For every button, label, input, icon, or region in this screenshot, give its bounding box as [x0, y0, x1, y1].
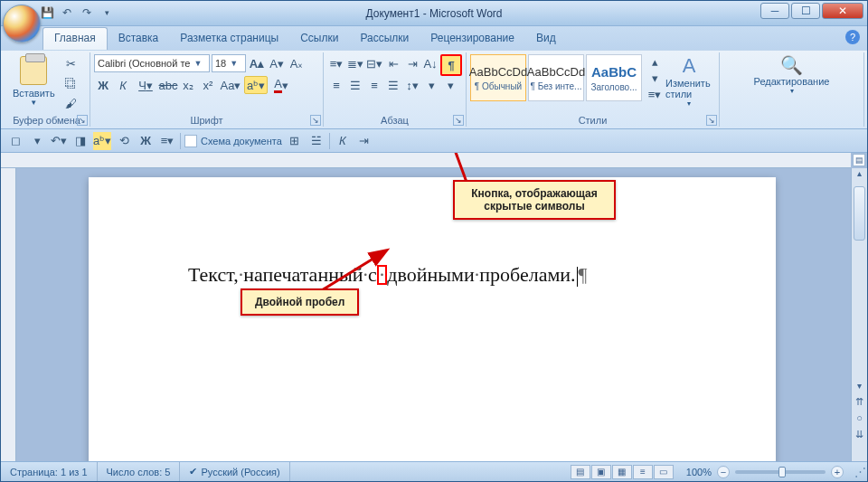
font-family-combo[interactable]: Calibri (Основной те▼: [94, 54, 210, 72]
tab-page-layout[interactable]: Разметка страницы: [169, 28, 289, 50]
scroll-up-icon[interactable]: ▴: [852, 168, 867, 184]
view-outline-icon[interactable]: ≡: [633, 465, 653, 479]
view-web-layout-icon[interactable]: ▦: [612, 465, 632, 479]
style-heading[interactable]: AaBbC Заголово...: [586, 54, 642, 101]
tb-ruler-icon[interactable]: ☱: [307, 132, 326, 150]
multilevel-icon[interactable]: ⊟▾: [365, 54, 383, 72]
tb-indent-icon[interactable]: ⇥: [355, 132, 373, 150]
resize-grip-icon[interactable]: ⋰: [853, 465, 867, 479]
maximize-button[interactable]: ☐: [791, 3, 820, 19]
zoom-in-button[interactable]: +: [831, 466, 844, 478]
styles-up-icon[interactable]: ▴: [646, 54, 664, 69]
copy-icon[interactable]: ⿻: [62, 74, 80, 92]
bold-button[interactable]: Ж: [94, 76, 112, 94]
font-launcher-icon[interactable]: ↘: [310, 115, 321, 126]
undo-icon[interactable]: ↶: [59, 5, 75, 21]
grow-font-icon[interactable]: A▴: [248, 54, 266, 72]
shading-icon[interactable]: ▾: [422, 76, 440, 94]
qat-more-icon[interactable]: ▾: [99, 5, 115, 21]
horizontal-ruler[interactable]: [1, 153, 851, 168]
format-painter-icon[interactable]: 🖌: [62, 94, 80, 112]
close-button[interactable]: ✕: [822, 3, 863, 19]
vertical-scrollbar[interactable]: ▴ ▾ ⇈ ○ ⇊: [851, 168, 867, 461]
styles-launcher-icon[interactable]: ↘: [706, 115, 717, 126]
scroll-down-icon[interactable]: ▾: [852, 381, 867, 396]
tb-new-icon[interactable]: ◻: [6, 132, 24, 150]
subscript-button[interactable]: x₂: [179, 76, 197, 94]
justify-icon[interactable]: ☰: [384, 76, 402, 94]
numbering-icon[interactable]: ≣▾: [346, 54, 364, 72]
group-editing: 🔍 Редактирование▾: [720, 52, 864, 127]
prev-page-icon[interactable]: ⇈: [852, 396, 867, 412]
office-button[interactable]: [3, 5, 41, 43]
view-print-layout-icon[interactable]: ▤: [571, 465, 590, 479]
tab-review[interactable]: Рецензирование: [420, 28, 525, 50]
style-no-spacing[interactable]: AaBbCcDd ¶ Без инте...: [528, 54, 584, 101]
increase-indent-icon[interactable]: ⇥: [403, 54, 421, 72]
vertical-ruler[interactable]: [1, 168, 16, 461]
italic-button[interactable]: К: [114, 76, 132, 94]
underline-button[interactable]: Ч▾: [134, 76, 157, 94]
paste-button[interactable]: Вставить ▼: [7, 54, 61, 109]
highlight-button[interactable]: aᵇ▾: [244, 76, 268, 94]
tb-highlight-icon[interactable]: aᵇ▾: [93, 132, 111, 150]
zoom-slider[interactable]: [735, 470, 826, 474]
change-case-button[interactable]: Aa▾: [219, 76, 242, 94]
tb-open-icon[interactable]: ▾: [28, 132, 46, 150]
tb-docmap-check-icon[interactable]: [184, 135, 197, 147]
borders-icon[interactable]: ▾: [441, 76, 459, 94]
browse-object-icon[interactable]: ○: [852, 412, 867, 429]
style-normal[interactable]: AaBbCcDd ¶ Обычный: [470, 54, 526, 101]
tb-italic-icon[interactable]: К: [334, 132, 352, 150]
status-page[interactable]: Страница: 1 из 1: [1, 462, 98, 481]
clipboard-launcher-icon[interactable]: ↘: [77, 115, 88, 126]
save-icon[interactable]: 💾: [39, 5, 55, 21]
align-right-icon[interactable]: ≡: [365, 76, 383, 94]
tab-references[interactable]: Ссылки: [289, 28, 349, 50]
change-styles-button[interactable]: A Изменить стили▾: [665, 54, 712, 108]
tab-insert[interactable]: Вставка: [108, 28, 170, 50]
next-page-icon[interactable]: ⇊: [852, 429, 867, 445]
decrease-indent-icon[interactable]: ⇤: [384, 54, 402, 72]
styles-more-icon[interactable]: ≡▾: [646, 87, 664, 101]
page[interactable]: Текст,·напечатанный·с·двойными·пробелами…: [89, 177, 776, 461]
tb-thumbs-icon[interactable]: ⊞: [286, 132, 304, 150]
minimize-button[interactable]: ─: [760, 3, 789, 19]
font-color-button[interactable]: A▾: [269, 76, 293, 94]
show-hide-pilcrow-button[interactable]: ¶: [440, 54, 462, 76]
tb-bold-icon[interactable]: Ж: [137, 132, 155, 150]
strike-button[interactable]: abc: [159, 76, 177, 94]
tb-print-icon[interactable]: ◨: [71, 132, 90, 150]
cut-icon[interactable]: ✂: [62, 54, 80, 72]
align-center-icon[interactable]: ☰: [346, 76, 364, 94]
tab-mailings[interactable]: Рассылки: [349, 28, 420, 50]
tab-home[interactable]: Главная: [42, 27, 108, 50]
editing-button[interactable]: 🔍 Редактирование▾: [747, 54, 837, 95]
tb-replace-icon[interactable]: ⟲: [115, 132, 133, 150]
tab-view[interactable]: Вид: [525, 28, 567, 50]
bullets-icon[interactable]: ≡▾: [327, 54, 345, 72]
scroll-thumb[interactable]: [854, 186, 865, 241]
view-full-screen-icon[interactable]: ▣: [591, 465, 611, 479]
align-left-icon[interactable]: ≡: [327, 76, 345, 94]
view-draft-icon[interactable]: ▭: [654, 465, 674, 479]
tb-bullets-icon[interactable]: ≡▾: [158, 132, 176, 150]
redo-icon[interactable]: ↷: [79, 5, 95, 21]
page-viewport[interactable]: Текст,·напечатанный·с·двойными·пробелами…: [16, 168, 851, 461]
zoom-out-button[interactable]: −: [717, 466, 730, 478]
paragraph-launcher-icon[interactable]: ↘: [453, 115, 464, 126]
sort-icon[interactable]: A↓: [421, 54, 439, 72]
font-size-combo[interactable]: 18▼: [212, 54, 246, 72]
clear-formatting-icon[interactable]: Aₓ: [288, 54, 306, 72]
status-word-count[interactable]: Число слов: 5: [98, 462, 181, 481]
zoom-level[interactable]: 100%: [686, 467, 712, 477]
help-button[interactable]: ?: [845, 30, 860, 44]
tb-undo-icon[interactable]: ↶▾: [50, 132, 68, 150]
shrink-font-icon[interactable]: A▾: [268, 54, 286, 72]
superscript-button[interactable]: x²: [199, 76, 217, 94]
status-language[interactable]: ✔Русский (Россия): [180, 462, 289, 481]
ruler-toggle-icon[interactable]: ▤: [853, 154, 865, 166]
zoom-slider-knob[interactable]: [778, 467, 786, 477]
styles-down-icon[interactable]: ▾: [646, 71, 664, 85]
line-spacing-icon[interactable]: ↕▾: [403, 76, 421, 94]
